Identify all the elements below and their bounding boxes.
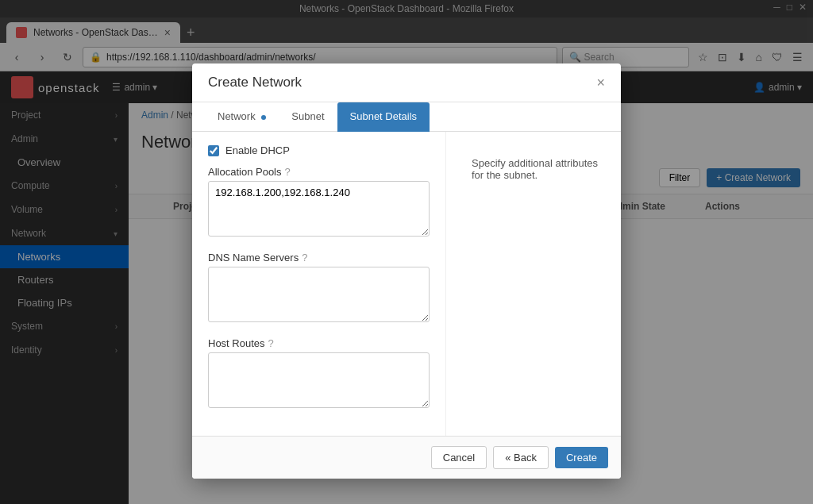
allocation-pools-label-text: Allocation Pools — [208, 166, 282, 178]
tab-network-dot — [261, 115, 266, 120]
modal-overlay: Create Network × Network Subnet Subnet D… — [0, 0, 813, 504]
modal-two-col: Enable DHCP Allocation Pools ? 192.168.1… — [192, 132, 621, 436]
tab-network-label: Network — [218, 110, 256, 122]
dns-label-text: DNS Name Servers — [208, 252, 299, 264]
modal-close-button[interactable]: × — [596, 75, 605, 90]
tab-subnet[interactable]: Subnet — [279, 102, 337, 132]
create-button[interactable]: Create — [555, 447, 608, 468]
modal-hint: Specify additional attributes for the su… — [446, 132, 621, 436]
enable-dhcp-checkbox[interactable] — [208, 145, 219, 156]
dns-label: DNS Name Servers ? — [208, 252, 430, 264]
allocation-pools-textarea[interactable]: 192.168.1.200,192.168.1.240 — [208, 181, 430, 237]
create-network-modal: Create Network × Network Subnet Subnet D… — [192, 63, 621, 479]
modal-title: Create Network — [208, 75, 302, 90]
enable-dhcp-label[interactable]: Enable DHCP — [225, 144, 290, 156]
host-routes-help-icon[interactable]: ? — [268, 337, 274, 349]
dns-textarea[interactable] — [208, 267, 430, 322]
dns-name-servers-row: DNS Name Servers ? — [208, 252, 430, 325]
cancel-button[interactable]: Cancel — [431, 446, 487, 469]
allocation-pools-row: Allocation Pools ? 192.168.1.200,192.168… — [208, 166, 430, 239]
modal-tabs: Network Subnet Subnet Details — [192, 102, 621, 132]
tab-network[interactable]: Network — [205, 102, 279, 132]
host-routes-label: Host Routes ? — [208, 337, 430, 349]
allocation-pools-label: Allocation Pools ? — [208, 166, 430, 178]
modal-form-left: Enable DHCP Allocation Pools ? 192.168.1… — [192, 132, 446, 436]
tab-subnet-details[interactable]: Subnet Details — [337, 102, 430, 132]
back-button[interactable]: « Back — [493, 446, 549, 469]
allocation-pools-help-icon[interactable]: ? — [285, 166, 291, 178]
modal-header: Create Network × — [192, 63, 621, 102]
tab-subnet-label: Subnet — [291, 110, 324, 122]
hint-text: Specify additional attributes for the su… — [459, 144, 608, 181]
host-routes-textarea[interactable] — [208, 352, 430, 408]
host-routes-row: Host Routes ? — [208, 337, 430, 410]
dns-help-icon[interactable]: ? — [302, 252, 307, 264]
enable-dhcp-row: Enable DHCP — [208, 144, 430, 156]
modal-footer: Cancel « Back Create — [192, 436, 621, 479]
tab-subnet-details-label: Subnet Details — [350, 110, 418, 122]
host-routes-label-text: Host Routes — [208, 337, 265, 349]
